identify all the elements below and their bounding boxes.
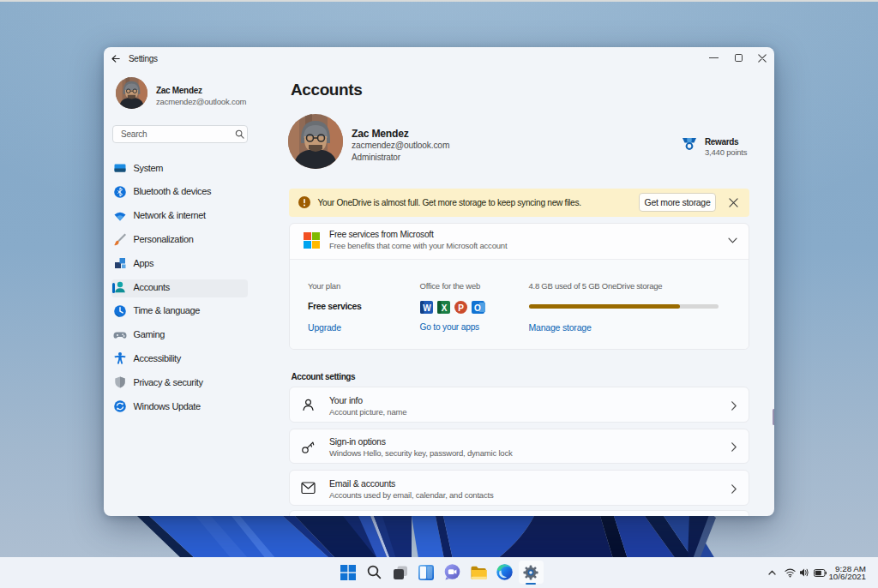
svg-text:P: P bbox=[458, 303, 464, 312]
svg-text:O: O bbox=[474, 303, 481, 312]
svg-text:X: X bbox=[441, 303, 447, 312]
svg-text:W: W bbox=[423, 303, 431, 312]
